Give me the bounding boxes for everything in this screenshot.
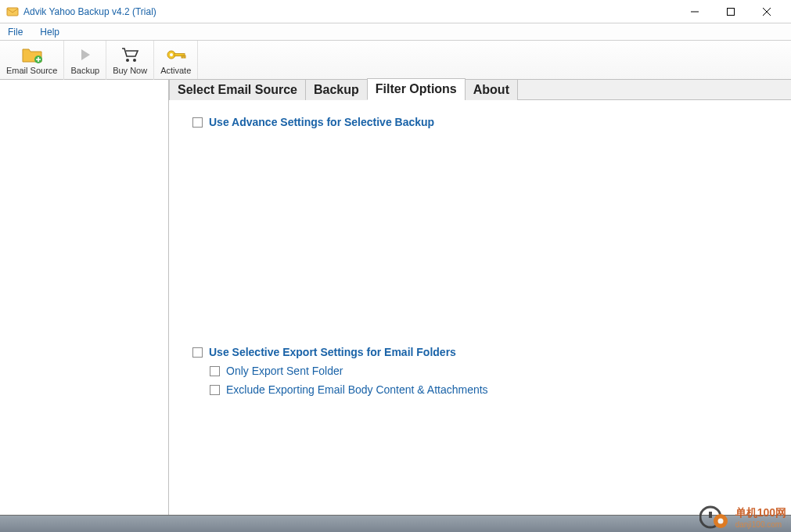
content: Select Email Source Backup Filter Option… [169,80,791,515]
label-selective-export: Use Selective Export Settings for Email … [209,346,456,358]
buy-now-label: Buy Now [113,66,147,75]
tab-about[interactable]: About [465,79,518,100]
window-controls [677,0,785,23]
tab-filter-options[interactable]: Filter Options [367,78,466,100]
spacer [192,135,768,346]
menu-file[interactable]: File [5,25,26,39]
backup-button[interactable]: Backup [64,41,106,80]
sidebar [0,80,169,515]
svg-point-7 [133,59,136,62]
backup-label: Backup [70,66,99,75]
activate-button[interactable]: Activate [154,41,198,80]
svg-rect-12 [184,56,185,58]
cart-icon [120,45,139,64]
checkbox-selective-export[interactable] [192,347,203,358]
buy-now-button[interactable]: Buy Now [106,41,154,80]
option-only-sent: Only Export Sent Folder [210,365,768,377]
tab-content-filter-options: Use Advance Settings for Selective Backu… [169,100,791,515]
window-title: Advik Yahoo Backup v4.2 (Trial) [23,6,677,17]
svg-point-9 [170,53,173,56]
label-only-sent: Only Export Sent Folder [226,365,343,377]
email-source-button[interactable]: Email Source [0,41,64,80]
statusbar [0,515,791,532]
close-button[interactable] [749,0,785,23]
minimize-button[interactable] [677,0,713,23]
key-icon [166,45,186,64]
titlebar: Advik Yahoo Backup v4.2 (Trial) [0,0,791,23]
tab-select-email-source[interactable]: Select Email Source [169,79,306,100]
folder-plus-icon [21,45,43,64]
checkbox-advance-settings[interactable] [192,117,203,128]
activate-label: Activate [160,66,191,75]
svg-rect-0 [7,8,18,16]
svg-point-6 [126,59,129,62]
menu-help[interactable]: Help [37,25,63,39]
menubar: File Help [0,23,791,41]
label-advance-settings: Use Advance Settings for Selective Backu… [209,116,434,128]
maximize-button[interactable] [713,0,749,23]
option-advance-settings: Use Advance Settings for Selective Backu… [192,116,768,128]
main-area: Select Email Source Backup Filter Option… [0,80,791,515]
svg-rect-11 [182,56,183,58]
email-source-label: Email Source [6,66,57,75]
toolbar: Email Source Backup Buy Now Activate [0,41,791,80]
play-icon [77,45,93,64]
tabs: Select Email Source Backup Filter Option… [169,80,791,100]
checkbox-only-sent[interactable] [210,366,220,376]
tab-backup[interactable]: Backup [305,79,368,100]
app-icon [6,5,19,18]
checkbox-exclude-body[interactable] [210,385,220,395]
svg-rect-2 [728,8,735,15]
option-exclude-body: Exclude Exporting Email Body Content & A… [210,383,768,396]
label-exclude-body: Exclude Exporting Email Body Content & A… [226,383,488,396]
option-selective-export: Use Selective Export Settings for Email … [192,346,768,358]
